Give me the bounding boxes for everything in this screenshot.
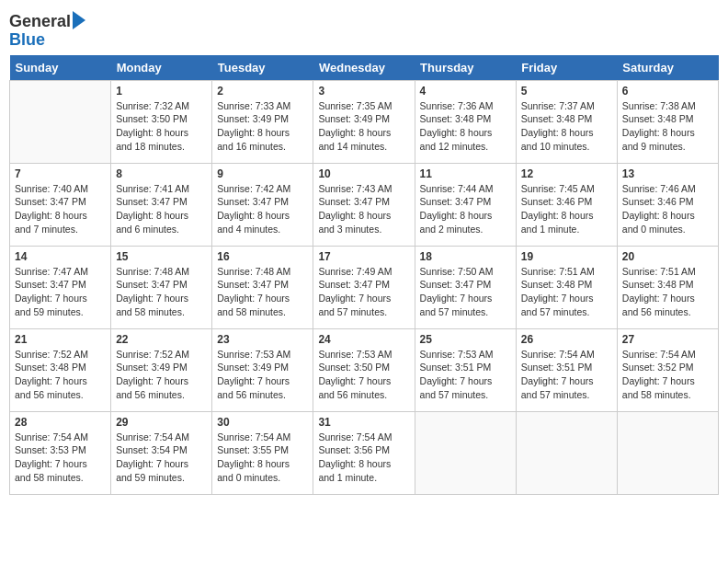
day-number: 10 (318, 167, 409, 180)
calendar-cell: 5Sunrise: 7:37 AM Sunset: 3:48 PM Daylig… (516, 80, 617, 163)
day-info: Sunrise: 7:54 AM Sunset: 3:53 PM Dayligh… (15, 431, 106, 485)
day-info: Sunrise: 7:53 AM Sunset: 3:51 PM Dayligh… (420, 348, 511, 402)
calendar-cell: 21Sunrise: 7:52 AM Sunset: 3:48 PM Dayli… (10, 328, 111, 411)
day-info: Sunrise: 7:44 AM Sunset: 3:47 PM Dayligh… (420, 182, 511, 236)
day-number: 6 (622, 85, 713, 98)
day-number: 21 (15, 333, 106, 346)
day-info: Sunrise: 7:33 AM Sunset: 3:49 PM Dayligh… (217, 99, 308, 154)
calendar-cell: 16Sunrise: 7:48 AM Sunset: 3:47 PM Dayli… (212, 246, 313, 328)
col-header-thursday: Thursday (415, 55, 516, 81)
day-info: Sunrise: 7:37 AM Sunset: 3:48 PM Dayligh… (521, 99, 612, 154)
day-number: 29 (116, 416, 207, 429)
day-info: Sunrise: 7:38 AM Sunset: 3:48 PM Dayligh… (622, 99, 713, 154)
day-number: 9 (217, 167, 308, 180)
calendar-cell: 15Sunrise: 7:48 AM Sunset: 3:47 PM Dayli… (111, 246, 212, 328)
week-row-3: 14Sunrise: 7:47 AM Sunset: 3:47 PM Dayli… (10, 246, 719, 328)
calendar-cell: 13Sunrise: 7:46 AM Sunset: 3:46 PM Dayli… (617, 163, 718, 246)
calendar-cell: 3Sunrise: 7:35 AM Sunset: 3:49 PM Daylig… (313, 80, 415, 163)
col-header-tuesday: Tuesday (212, 55, 313, 81)
calendar-cell: 24Sunrise: 7:53 AM Sunset: 3:50 PM Dayli… (313, 328, 415, 411)
day-number: 3 (318, 85, 409, 98)
calendar-cell: 19Sunrise: 7:51 AM Sunset: 3:48 PM Dayli… (516, 246, 617, 328)
calendar-cell: 20Sunrise: 7:51 AM Sunset: 3:48 PM Dayli… (617, 246, 718, 328)
col-header-monday: Monday (111, 55, 212, 81)
calendar-cell: 26Sunrise: 7:54 AM Sunset: 3:51 PM Dayli… (516, 328, 617, 411)
week-row-1: 1Sunrise: 7:32 AM Sunset: 3:50 PM Daylig… (10, 80, 719, 163)
day-number: 1 (116, 85, 207, 98)
day-number: 14 (15, 250, 106, 263)
calendar-cell: 6Sunrise: 7:38 AM Sunset: 3:48 PM Daylig… (617, 80, 718, 163)
day-info: Sunrise: 7:51 AM Sunset: 3:48 PM Dayligh… (622, 265, 713, 319)
day-number: 26 (521, 333, 612, 346)
col-header-wednesday: Wednesday (313, 55, 415, 81)
calendar-cell: 14Sunrise: 7:47 AM Sunset: 3:47 PM Dayli… (10, 246, 111, 328)
calendar-cell (516, 411, 617, 494)
page-header: General Blue (9, 9, 719, 50)
day-info: Sunrise: 7:36 AM Sunset: 3:48 PM Dayligh… (420, 99, 511, 154)
calendar-cell: 23Sunrise: 7:53 AM Sunset: 3:49 PM Dayli… (212, 328, 313, 411)
calendar-cell: 30Sunrise: 7:54 AM Sunset: 3:55 PM Dayli… (212, 411, 313, 494)
logo: General Blue (9, 9, 85, 50)
day-number: 13 (622, 167, 713, 180)
day-info: Sunrise: 7:35 AM Sunset: 3:49 PM Dayligh… (318, 99, 409, 154)
calendar-cell: 1Sunrise: 7:32 AM Sunset: 3:50 PM Daylig… (111, 80, 212, 163)
calendar-cell (617, 411, 718, 494)
day-info: Sunrise: 7:54 AM Sunset: 3:56 PM Dayligh… (318, 431, 409, 485)
calendar-cell: 9Sunrise: 7:42 AM Sunset: 3:47 PM Daylig… (212, 163, 313, 246)
day-info: Sunrise: 7:40 AM Sunset: 3:47 PM Dayligh… (15, 182, 106, 236)
day-info: Sunrise: 7:53 AM Sunset: 3:49 PM Dayligh… (217, 348, 308, 402)
day-number: 30 (217, 416, 308, 429)
day-number: 22 (116, 333, 207, 346)
day-info: Sunrise: 7:54 AM Sunset: 3:54 PM Dayligh… (116, 431, 207, 485)
day-info: Sunrise: 7:42 AM Sunset: 3:47 PM Dayligh… (217, 182, 308, 236)
day-info: Sunrise: 7:54 AM Sunset: 3:55 PM Dayligh… (217, 431, 308, 485)
col-header-sunday: Sunday (10, 55, 111, 81)
day-info: Sunrise: 7:45 AM Sunset: 3:46 PM Dayligh… (521, 182, 612, 236)
calendar-cell: 27Sunrise: 7:54 AM Sunset: 3:52 PM Dayli… (617, 328, 718, 411)
day-number: 25 (420, 333, 511, 346)
logo-text-general: General (9, 13, 71, 31)
day-number: 4 (420, 85, 511, 98)
logo-text-blue: Blue (9, 31, 45, 50)
day-number: 16 (217, 250, 308, 263)
day-info: Sunrise: 7:48 AM Sunset: 3:47 PM Dayligh… (116, 265, 207, 319)
day-number: 15 (116, 250, 207, 263)
calendar-cell: 2Sunrise: 7:33 AM Sunset: 3:49 PM Daylig… (212, 80, 313, 163)
calendar-cell: 11Sunrise: 7:44 AM Sunset: 3:47 PM Dayli… (415, 163, 516, 246)
day-info: Sunrise: 7:52 AM Sunset: 3:49 PM Dayligh… (116, 348, 207, 402)
calendar-cell: 8Sunrise: 7:41 AM Sunset: 3:47 PM Daylig… (111, 163, 212, 246)
day-info: Sunrise: 7:54 AM Sunset: 3:52 PM Dayligh… (622, 348, 713, 402)
col-header-saturday: Saturday (617, 55, 718, 81)
day-info: Sunrise: 7:52 AM Sunset: 3:48 PM Dayligh… (15, 348, 106, 402)
day-number: 20 (622, 250, 713, 263)
calendar-cell: 7Sunrise: 7:40 AM Sunset: 3:47 PM Daylig… (10, 163, 111, 246)
day-number: 27 (622, 333, 713, 346)
calendar-cell (10, 80, 111, 163)
calendar-cell: 12Sunrise: 7:45 AM Sunset: 3:46 PM Dayli… (516, 163, 617, 246)
calendar-cell: 18Sunrise: 7:50 AM Sunset: 3:47 PM Dayli… (415, 246, 516, 328)
day-info: Sunrise: 7:43 AM Sunset: 3:47 PM Dayligh… (318, 182, 409, 236)
day-info: Sunrise: 7:51 AM Sunset: 3:48 PM Dayligh… (521, 265, 612, 319)
day-number: 5 (521, 85, 612, 98)
calendar-cell: 22Sunrise: 7:52 AM Sunset: 3:49 PM Dayli… (111, 328, 212, 411)
calendar-cell: 25Sunrise: 7:53 AM Sunset: 3:51 PM Dayli… (415, 328, 516, 411)
calendar-cell: 28Sunrise: 7:54 AM Sunset: 3:53 PM Dayli… (10, 411, 111, 494)
calendar-cell: 4Sunrise: 7:36 AM Sunset: 3:48 PM Daylig… (415, 80, 516, 163)
header-row: SundayMondayTuesdayWednesdayThursdayFrid… (10, 55, 719, 81)
day-number: 28 (15, 416, 106, 429)
week-row-2: 7Sunrise: 7:40 AM Sunset: 3:47 PM Daylig… (10, 163, 719, 246)
day-number: 2 (217, 85, 308, 98)
calendar-cell: 29Sunrise: 7:54 AM Sunset: 3:54 PM Dayli… (111, 411, 212, 494)
week-row-5: 28Sunrise: 7:54 AM Sunset: 3:53 PM Dayli… (10, 411, 719, 494)
day-number: 7 (15, 167, 106, 180)
day-number: 19 (521, 250, 612, 263)
day-number: 11 (420, 167, 511, 180)
day-info: Sunrise: 7:54 AM Sunset: 3:51 PM Dayligh… (521, 348, 612, 402)
day-info: Sunrise: 7:32 AM Sunset: 3:50 PM Dayligh… (116, 99, 207, 154)
day-number: 12 (521, 167, 612, 180)
calendar-cell: 10Sunrise: 7:43 AM Sunset: 3:47 PM Dayli… (313, 163, 415, 246)
day-number: 31 (318, 416, 409, 429)
day-number: 8 (116, 167, 207, 180)
day-info: Sunrise: 7:53 AM Sunset: 3:50 PM Dayligh… (318, 348, 409, 402)
calendar-cell: 17Sunrise: 7:49 AM Sunset: 3:47 PM Dayli… (313, 246, 415, 328)
